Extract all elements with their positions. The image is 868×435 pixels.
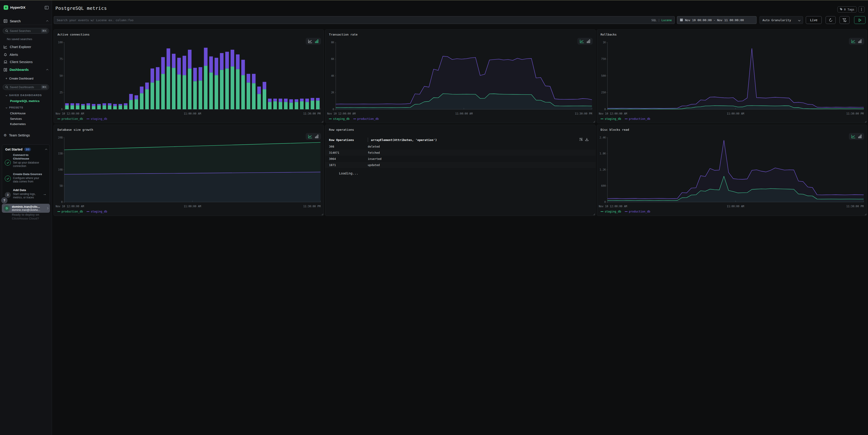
bell-icon bbox=[4, 53, 7, 57]
chart-legend: production_dbstaging_db bbox=[57, 117, 107, 121]
column-header[interactable]: arrayElement(Attributes, 'operation') bbox=[371, 138, 434, 142]
column-divider bbox=[368, 138, 368, 142]
hyperdx-logo-icon bbox=[4, 5, 8, 10]
legend-item-staging_db[interactable]: staging_db bbox=[87, 210, 107, 213]
table-header: Row Operations arrayElement(Attributes, … bbox=[329, 137, 434, 142]
search-section-label: Search bbox=[10, 19, 46, 23]
progress-badge: 2/3 bbox=[24, 147, 31, 151]
svg-text:2K: 2K bbox=[331, 91, 334, 94]
cell-operation: fetched bbox=[368, 151, 434, 155]
line-view-icon[interactable] bbox=[308, 39, 312, 43]
shortcut-badge: ⌘K bbox=[41, 85, 48, 89]
sidebar-item-services[interactable]: Services bbox=[0, 116, 52, 121]
presets-section-header[interactable]: PRESETS bbox=[0, 106, 52, 109]
svg-text:50: 50 bbox=[60, 74, 63, 77]
event-search-input[interactable]: Search your events w/ Lucene ex. column:… bbox=[54, 16, 434, 24]
sidebar-item-chart-explorer[interactable]: Chart Explorer bbox=[0, 44, 52, 50]
resize-handle[interactable] bbox=[321, 121, 323, 122]
get-started-step[interactable]: Add Data Start sending logs, metrics, or… bbox=[13, 188, 40, 199]
svg-text:25: 25 bbox=[60, 91, 63, 94]
bar-view-icon[interactable] bbox=[315, 135, 318, 138]
search-icon bbox=[5, 86, 8, 89]
saved-searches-input[interactable]: Saved Searches ⌘K bbox=[3, 28, 49, 34]
sidebar-item-postgresql-metrics[interactable]: PostgreSQL metrics bbox=[0, 99, 52, 103]
window-top-strip bbox=[0, 0, 434, 0]
check-circle-icon bbox=[5, 160, 11, 166]
toolbar: Search your events w/ Lucene ex. column:… bbox=[54, 16, 434, 24]
svg-text:15B: 15B bbox=[58, 152, 63, 155]
chart-view-toggle bbox=[306, 38, 321, 45]
cell-operation: updated bbox=[368, 163, 434, 167]
chart-title: Row operations bbox=[329, 128, 354, 131]
saved-searches-placeholder: Saved Searches bbox=[10, 29, 41, 33]
resize-handle[interactable] bbox=[321, 214, 323, 215]
user-account-button[interactable]: D dominic.tran@clic... dominic.tran@clic… bbox=[2, 204, 50, 213]
search-placeholder: Search your events w/ Lucene ex. column:… bbox=[57, 19, 434, 22]
svg-text:8K: 8K bbox=[331, 41, 334, 44]
search-icon bbox=[5, 29, 8, 32]
sidebar-item-dashboards[interactable]: Dashboards bbox=[0, 67, 52, 73]
table-row[interactable]: 314071fetched bbox=[325, 149, 434, 156]
shortcut-badge: ⌘K bbox=[41, 29, 48, 33]
chevron-right-icon bbox=[46, 207, 49, 209]
saved-dashboards-section-header[interactable]: SAVED DASHBOARDS bbox=[0, 93, 52, 97]
chart-card-active-connections: Active connections1007550250Nov 10 12:00… bbox=[54, 29, 324, 123]
arrow-right-icon[interactable]: → bbox=[43, 192, 46, 196]
x-axis-labels: Nov 10 12:00:00 AM11:00:00 AM11:30:00 PM bbox=[56, 205, 321, 208]
table-row[interactable]: 1871updated bbox=[325, 162, 434, 168]
get-started-step[interactable]: Create Data Sources Configure where your… bbox=[13, 172, 43, 183]
bar-view-icon[interactable] bbox=[315, 39, 318, 43]
get-started-step[interactable]: Connect to ClickHouse Set up your databa… bbox=[13, 153, 43, 168]
no-saved-searches-text: No saved searches bbox=[0, 37, 52, 41]
create-dashboard-button[interactable]: + Create Dashboard bbox=[0, 76, 52, 80]
chart-view-toggle bbox=[306, 133, 321, 140]
sidebar-item-client-sessions[interactable]: Client Sessions bbox=[0, 59, 52, 65]
loading-text: Loading... bbox=[339, 171, 358, 175]
chevron-up-icon[interactable] bbox=[46, 69, 49, 71]
x-axis-labels: Nov 10 12:00:00 AM11:00:00 AM11:30:00 PM bbox=[56, 112, 321, 115]
line-view-icon[interactable] bbox=[308, 135, 312, 138]
chart-title: Active connections bbox=[57, 33, 90, 36]
cell-operation: deleted bbox=[368, 145, 434, 148]
legend-item-staging_db[interactable]: staging_db bbox=[329, 117, 349, 121]
cell-operation: inserted bbox=[368, 157, 434, 161]
column-header[interactable]: Row Operations bbox=[329, 138, 368, 142]
gear-icon: ⚙ bbox=[4, 133, 7, 137]
cell-value: 308 bbox=[329, 145, 368, 148]
help-button[interactable]: ? bbox=[1, 197, 7, 204]
collapse-sidebar-icon[interactable] bbox=[45, 6, 49, 9]
cell-value: 314071 bbox=[329, 151, 368, 155]
background-text: Ready to deploy on bbox=[12, 213, 39, 216]
sidebar-item-team-settings[interactable]: ⚙ Team Settings bbox=[0, 133, 52, 138]
svg-text:6K: 6K bbox=[331, 57, 334, 61]
sidebar-section-search[interactable]: Search bbox=[0, 18, 52, 24]
cell-value: 3064 bbox=[329, 157, 368, 161]
chart-title: Transaction rate bbox=[329, 33, 358, 36]
table-row[interactable]: 3064inserted bbox=[325, 156, 434, 162]
laptop-icon bbox=[4, 60, 7, 64]
table-row[interactable]: 308deleted bbox=[325, 143, 434, 149]
plus-icon: + bbox=[5, 76, 7, 80]
svg-text:0: 0 bbox=[61, 200, 63, 203]
sidebar-item-kubernetes[interactable]: Kubernetes bbox=[0, 122, 52, 126]
chart-plot-area[interactable]: 8K6K4K2K0 bbox=[327, 40, 434, 110]
chevron-up-icon[interactable] bbox=[45, 148, 48, 151]
chart-legend: production_dbstaging_db bbox=[57, 210, 107, 213]
legend-item-production_db[interactable]: production_db bbox=[57, 210, 83, 213]
chart-plot-area[interactable]: 1007550250 bbox=[56, 40, 321, 110]
legend-item-production_db[interactable]: production_db bbox=[57, 117, 83, 121]
saved-dashboards-input[interactable]: Saved Dashboards ⌘K bbox=[3, 84, 49, 90]
get-started-header[interactable]: Get Started 2/3 bbox=[5, 147, 47, 151]
sidebar-item-alerts[interactable]: Alerts bbox=[0, 52, 52, 58]
brand-name: HyperDX bbox=[10, 5, 45, 9]
legend-item-staging_db[interactable]: staging_db bbox=[87, 117, 107, 121]
sidebar-item-clickhouse[interactable]: ClickHouse bbox=[0, 111, 52, 115]
chart-title: Database size growth bbox=[57, 128, 93, 131]
svg-text:5B: 5B bbox=[60, 184, 63, 188]
legend-item-production_db[interactable]: production_db bbox=[353, 117, 379, 121]
chevron-up-icon[interactable] bbox=[46, 20, 49, 22]
table-body: 308deleted314071fetched3064inserted1871u… bbox=[325, 143, 434, 168]
step-number-badge: 3 bbox=[5, 192, 11, 198]
chart-plot-area[interactable]: 20B15B10B5B0 bbox=[56, 136, 321, 203]
logo-row: HyperDX bbox=[0, 4, 52, 11]
